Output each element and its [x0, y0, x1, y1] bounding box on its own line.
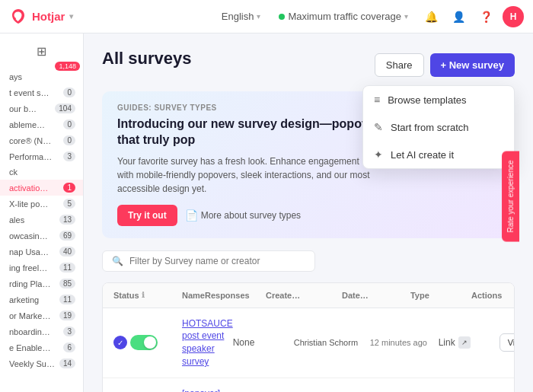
- sidebar-notification-count: 1,148: [55, 62, 80, 71]
- browse-templates-item[interactable]: ≡ Browse templates: [363, 86, 514, 113]
- sidebar-count-xlite: 5: [63, 199, 75, 209]
- sidebar-item-nps[interactable]: core® (N… 0: [0, 132, 83, 148]
- more-about-button[interactable]: 📄 More about survey types: [185, 209, 301, 221]
- sidebar-label-lock: ck: [9, 167, 18, 177]
- brand-chevron: ▾: [69, 12, 73, 21]
- sidebar-label-enable: e Enable…: [9, 343, 50, 352]
- sidebar-count-or-marketing: 19: [59, 311, 75, 320]
- sidebar-count-sales: 13: [59, 215, 75, 225]
- sidebar-item-home[interactable]: ⊞: [0, 40, 83, 63]
- sidebar-count-heatmaps: 104: [55, 104, 75, 113]
- sidebar-label-ays: ays: [9, 72, 22, 81]
- header-actions: Actions: [471, 291, 515, 300]
- responses-cell-0: None: [233, 337, 294, 348]
- type-cell-0: Link ↗: [439, 336, 499, 349]
- feedback-tab[interactable]: Rate your experience: [502, 151, 519, 241]
- surveys-table: Status ℹ Name Responses Create… Date… Ty…: [102, 282, 515, 392]
- table-row: ✓ HOTSAUCE post event speaker survey Non…: [103, 308, 514, 378]
- sidebar-item-showcasing[interactable]: owcasin… 69: [0, 228, 83, 244]
- header-status: Status ℹ: [113, 291, 182, 300]
- banner-content: GUIDES: SURVEY TYPES Introducing our new…: [117, 104, 396, 226]
- sidebar-count-enable: 6: [63, 343, 75, 352]
- sidebar-item-events[interactable]: t event s… 0: [0, 84, 83, 100]
- sidebar-label-marketing: arketing: [9, 295, 39, 304]
- name-cell-0: HOTSAUCE post event speaker survey: [182, 317, 233, 368]
- sidebar-count-showcasing: 69: [59, 231, 75, 241]
- status-cell-0: ✓: [113, 335, 182, 350]
- hotjar-logo[interactable]: Hotjar ▾: [9, 8, 73, 26]
- start-from-scratch-item[interactable]: ✎ Start from scratch: [363, 113, 514, 141]
- doc-icon: 📄: [185, 209, 198, 221]
- header-name: Name: [182, 291, 205, 300]
- sidebar-item-recordings[interactable]: ableme… 0: [0, 116, 83, 132]
- survey-name-0[interactable]: HOTSAUCE post event speaker survey: [182, 318, 233, 367]
- table-header: Status ℹ Name Responses Create… Date… Ty…: [103, 283, 514, 308]
- sidebar-item-enable[interactable]: e Enable… 6: [0, 339, 83, 355]
- new-survey-button[interactable]: + New survey: [430, 53, 515, 77]
- sidebar-item-ays[interactable]: ays: [0, 69, 83, 84]
- sidebar-count-performance: 3: [63, 151, 75, 161]
- sidebar-count-marketing: 11: [59, 295, 75, 304]
- sidebar-label-or-marketing: or Marke…: [9, 311, 50, 320]
- header-responses: Responses: [205, 291, 266, 300]
- sidebar-count-recordings: 0: [63, 120, 75, 129]
- sidebar-item-boarding-plan[interactable]: rding Pla… 85: [0, 276, 83, 292]
- sidebar-label-heatmaps: our b…: [9, 104, 37, 113]
- sidebar-label-freelance: ing freel…: [9, 263, 47, 272]
- toggle-thumb-0: [144, 336, 156, 349]
- creator-cell-0: Christian Schorm: [294, 338, 370, 347]
- sidebar-count-nps: 0: [63, 135, 75, 145]
- sidebar-item-map[interactable]: nap Usa… 40: [0, 244, 83, 260]
- sidebar-label-onboarding: nboardin…: [9, 327, 50, 336]
- sidebar-label-weekly: Veekly Su…: [9, 359, 55, 368]
- coverage-selector[interactable]: Maximum traffic coverage ▾: [273, 8, 414, 25]
- header-type: Type: [410, 291, 471, 300]
- help-button[interactable]: ❓: [475, 6, 496, 27]
- start-scratch-icon: ✎: [374, 121, 383, 133]
- sidebar-item-xlite[interactable]: X-lite po… 5: [0, 196, 83, 212]
- sidebar-label-events: t event s…: [9, 88, 49, 97]
- profile-button[interactable]: 👤: [448, 6, 469, 27]
- table-row: ✓ [popover] Scaling our business model v…: [103, 378, 514, 392]
- user-avatar[interactable]: H: [503, 6, 524, 27]
- sidebar-label-showcasing: owcasin…: [9, 231, 48, 241]
- sidebar-item-sales[interactable]: ales 13: [0, 212, 83, 228]
- search-bar: 🔍: [102, 250, 315, 272]
- toggle-check-0[interactable]: ✓: [113, 336, 127, 349]
- sidebar-count-events: 0: [63, 88, 75, 97]
- view-responses-button-0[interactable]: View responses: [499, 333, 515, 352]
- sidebar-item-performance[interactable]: Performa… 3: [0, 148, 83, 164]
- try-it-out-button[interactable]: Try it out: [117, 205, 177, 226]
- sidebar-item-or-marketing[interactable]: or Marke… 19: [0, 308, 83, 323]
- toolbar-actions: Share + New survey: [375, 53, 515, 77]
- sidebar-count-activation: 1: [63, 183, 75, 193]
- sidebar-item-onboarding[interactable]: nboardin… 3: [0, 323, 83, 339]
- let-ai-create-item[interactable]: ✦ Let AI create it: [363, 141, 514, 168]
- header-info-icon[interactable]: ℹ: [142, 291, 145, 299]
- sidebar-item-freelance[interactable]: ing freel… 11: [0, 260, 83, 276]
- sidebar-count-onboarding: 3: [63, 327, 75, 336]
- sidebar-item-marketing[interactable]: arketing 11: [0, 292, 83, 308]
- coverage-chevron-icon: ▾: [404, 12, 408, 21]
- banner-actions: Try it out 📄 More about survey types: [117, 205, 396, 226]
- notifications-button[interactable]: 🔔: [420, 6, 442, 27]
- sidebar-label-xlite: X-lite po…: [9, 199, 48, 209]
- page-title: All surveys: [102, 49, 191, 69]
- search-input[interactable]: [129, 256, 305, 266]
- sidebar-label-performance: Performa…: [9, 152, 52, 161]
- sidebar-count-weekly: 14: [59, 359, 75, 368]
- banner-description: Your favorite survey has a fresh look. E…: [117, 155, 376, 196]
- share-button[interactable]: Share: [375, 53, 424, 77]
- banner-title: Introducing our new survey design—popove…: [117, 116, 396, 148]
- search-icon: 🔍: [112, 256, 123, 266]
- sidebar-item-activation[interactable]: activatio… 1: [0, 180, 83, 196]
- sidebar-label-map: nap Usa…: [9, 247, 49, 257]
- language-selector[interactable]: English ▾: [215, 8, 267, 25]
- banner-guide-label: GUIDES: SURVEY TYPES: [117, 104, 396, 112]
- sidebar-item-weekly[interactable]: Veekly Su… 14: [0, 355, 83, 371]
- toggle-0[interactable]: [130, 335, 158, 350]
- sidebar-item-heatmaps[interactable]: our b… 104: [0, 100, 83, 116]
- home-icon: ⊞: [37, 44, 46, 59]
- survey-name-1[interactable]: [popover] Scaling our business model v2: [182, 388, 220, 392]
- sidebar-item-lock[interactable]: ck: [0, 164, 83, 180]
